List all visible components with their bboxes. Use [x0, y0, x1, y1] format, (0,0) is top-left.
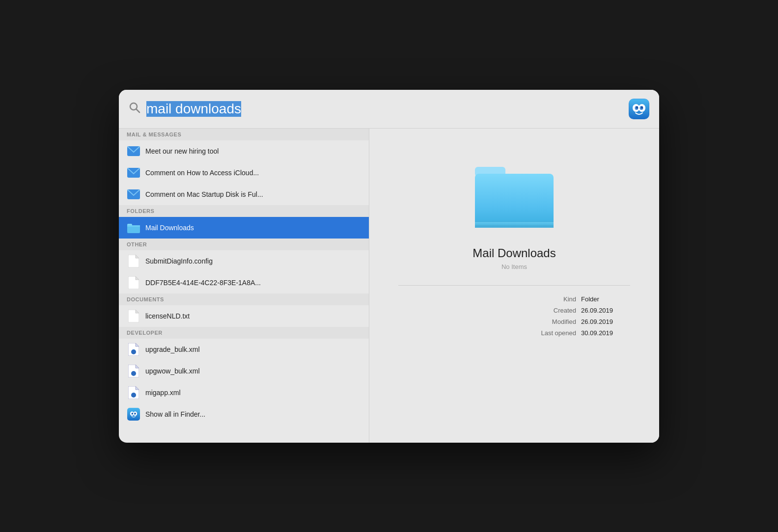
mail-icon: [127, 166, 140, 180]
xml-file-icon: [127, 343, 140, 356]
file-icon: [127, 254, 140, 268]
item-label: Comment on Mac Startup Disk is Ful...: [145, 190, 263, 198]
svg-line-1: [137, 109, 140, 112]
svg-marker-18: [136, 276, 139, 280]
meta-key: Created: [527, 307, 576, 314]
meta-key: Kind: [527, 295, 576, 303]
preview-folder-icon: [470, 158, 558, 237]
xml-file-icon: [127, 386, 140, 399]
item-label: upgwow_bulk.xml: [145, 367, 200, 375]
svg-point-23: [131, 349, 136, 354]
mail-icon: [127, 144, 140, 158]
search-icon: [129, 102, 140, 116]
mail-icon: [127, 187, 140, 201]
item-label: migapp.xml: [145, 389, 181, 397]
item-label: Comment on How to Access iCloud...: [145, 169, 259, 177]
svg-point-8: [641, 106, 643, 108]
list-item[interactable]: migapp.xml: [119, 382, 369, 403]
spotlight-window: MAIL & MESSAGES Meet our new hiring tool: [119, 90, 659, 443]
item-label: SubmitDiagInfo.config: [145, 257, 213, 265]
meta-row-kind: Kind Folder: [398, 295, 630, 303]
show-all-in-finder[interactable]: Show all in Finder...: [119, 403, 369, 425]
list-item[interactable]: Comment on How to Access iCloud...: [119, 162, 369, 184]
item-label: Mail Downloads: [145, 224, 194, 232]
file-icon: [127, 309, 140, 323]
svg-point-33: [132, 412, 133, 414]
content-area: MAIL & MESSAGES Meet our new hiring tool: [119, 129, 659, 443]
list-item[interactable]: Comment on Mac Startup Disk is Ful...: [119, 184, 369, 205]
list-item[interactable]: DDF7B5E4-414E-4C22-8F3E-1A8A...: [119, 272, 369, 293]
meta-row-modified: Modified 26.09.2019: [398, 318, 630, 325]
section-documents: DOCUMENTS: [119, 293, 369, 305]
svg-rect-37: [475, 174, 554, 228]
svg-point-35: [135, 412, 136, 414]
list-item[interactable]: SubmitDiagInfo.config: [119, 250, 369, 272]
list-item[interactable]: upgrade_bulk.xml: [119, 339, 369, 360]
svg-rect-14: [127, 225, 140, 227]
item-label: Meet our new hiring tool: [145, 147, 219, 155]
finder-icon: [127, 407, 140, 421]
svg-marker-22: [136, 343, 139, 346]
svg-marker-16: [136, 255, 139, 258]
preview-subtitle: No Items: [501, 263, 527, 270]
item-label: DDF7B5E4-414E-4C22-8F3E-1A8A...: [145, 279, 261, 287]
section-mail-messages: MAIL & MESSAGES: [119, 129, 369, 140]
svg-point-6: [636, 106, 638, 108]
svg-marker-28: [136, 386, 139, 390]
svg-rect-38: [475, 222, 554, 228]
search-input[interactable]: [146, 101, 629, 117]
meta-value: Folder: [581, 295, 630, 303]
meta-value: 26.09.2019: [581, 307, 630, 314]
svg-marker-20: [136, 310, 139, 313]
folder-icon: [127, 221, 140, 235]
search-bar: [119, 90, 659, 129]
svg-point-26: [131, 371, 136, 376]
section-other: OTHER: [119, 239, 369, 250]
list-item-mail-downloads[interactable]: Mail Downloads: [119, 217, 369, 239]
finder-app-icon: [629, 99, 649, 119]
list-item[interactable]: upgwow_bulk.xml: [119, 360, 369, 382]
item-label: Show all in Finder...: [145, 410, 205, 418]
meta-key: Modified: [527, 318, 576, 325]
xml-file-icon: [127, 364, 140, 378]
meta-row-created: Created 26.09.2019: [398, 307, 630, 314]
meta-key: Last opened: [527, 329, 576, 337]
file-icon: [127, 276, 140, 290]
section-developer: DEVELOPER: [119, 327, 369, 339]
left-panel: MAIL & MESSAGES Meet our new hiring tool: [119, 129, 369, 443]
right-panel: Mail Downloads No Items Kind Folder Crea…: [369, 129, 659, 443]
meta-row-last-opened: Last opened 30.09.2019: [398, 329, 630, 337]
list-item[interactable]: Meet our new hiring tool: [119, 140, 369, 162]
item-label: upgrade_bulk.xml: [145, 346, 200, 353]
divider: [398, 285, 630, 286]
item-label: licenseNLD.txt: [145, 312, 190, 320]
metadata-panel: Kind Folder Created 26.09.2019 Modified …: [398, 295, 630, 337]
list-item[interactable]: licenseNLD.txt: [119, 305, 369, 327]
section-folders: FOLDERS: [119, 205, 369, 217]
svg-point-29: [131, 393, 136, 398]
preview-title: Mail Downloads: [472, 246, 556, 260]
meta-value: 30.09.2019: [581, 329, 630, 337]
meta-value: 26.09.2019: [581, 318, 630, 325]
svg-marker-25: [136, 365, 139, 368]
